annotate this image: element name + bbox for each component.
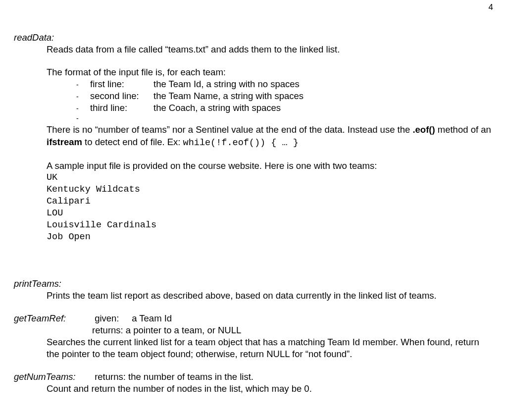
sentinel-pre: There is no “number of teams” nor a Sent… [47, 124, 412, 135]
bullet-dash-icon: - [76, 104, 90, 113]
sentinel-mid: method of an [435, 124, 491, 135]
sample-intro: A sample input file is provided on the c… [47, 160, 493, 172]
format-desc: the Team Name, a string with spaces [153, 90, 304, 102]
sentinel-ifstream: ifstream [47, 137, 82, 147]
sample-line-1: UK [47, 172, 493, 184]
sentinel-paragraph: There is no “number of teams” nor a Sent… [47, 124, 493, 149]
getteamref-returns-label: returns: [92, 325, 123, 335]
section-title-getteamref: getTeamRef: [14, 313, 92, 324]
format-line-2: - second line: the Team Name, a string w… [76, 90, 493, 102]
section-title-readdata: readData: [14, 32, 493, 44]
sample-line-6: Job Open [47, 231, 493, 243]
format-desc: the Coach, a string with spaces [153, 102, 281, 114]
getteamref-given-value: a Team Id [132, 313, 172, 323]
sample-line-2: Kentucky Wildcats [47, 184, 493, 196]
section-title-getnumteams: getNumTeams: [14, 371, 92, 383]
getnumteams-returns: returns: the number of teams in the list… [95, 371, 254, 382]
format-desc: the Team Id, a string with no spaces [153, 78, 300, 90]
readdata-desc: Reads data from a file called “teams.txt… [47, 44, 493, 55]
page-number: 4 [14, 0, 495, 12]
getteamref-given-label: given: [95, 313, 119, 323]
sample-line-3: Calipari [47, 196, 493, 208]
format-line-1: - first line: the Team Id, a string with… [76, 78, 493, 90]
bullet-dash-icon: - [76, 114, 90, 123]
format-line-3: - third line: the Coach, a string with s… [76, 102, 493, 114]
sample-line-4: LOU [47, 208, 493, 219]
sentinel-code: while(!f.eof()) { … } [183, 138, 299, 148]
format-label: third line: [90, 102, 153, 114]
bullet-dash-icon: - [76, 92, 90, 101]
sentinel-eof: .eof() [412, 124, 435, 135]
format-label: second line: [90, 90, 153, 102]
getteamref-given-row: getTeamRef: given: a Team Id [14, 313, 493, 324]
getteamref-body: Searches the current linked list for a t… [47, 336, 493, 360]
format-label: first line: [90, 78, 153, 90]
printteams-desc: Prints the team list report as described… [47, 290, 493, 302]
sample-line-5: Louisville Cardinals [47, 219, 493, 231]
getteamref-returns-value: a pointer to a team, or NULL [126, 325, 241, 335]
format-lines: - first line: the Team Id, a string with… [76, 78, 493, 123]
bullet-dash-icon: - [76, 80, 90, 89]
getnumteams-row: getNumTeams: returns: the number of team… [14, 371, 493, 383]
getnumteams-body: Count and return the number of nodes in … [47, 383, 493, 395]
format-intro: The format of the input file is, for eac… [47, 66, 493, 78]
section-title-printteams: printTeams: [14, 278, 493, 290]
getteamref-returns-row: returns: a pointer to a team, or NULL [92, 324, 493, 336]
sentinel-after: to detect end of file. Ex: [82, 137, 183, 147]
document-page: 4 readData: Reads data from a file calle… [0, 0, 507, 405]
format-line-empty: - [76, 114, 493, 123]
